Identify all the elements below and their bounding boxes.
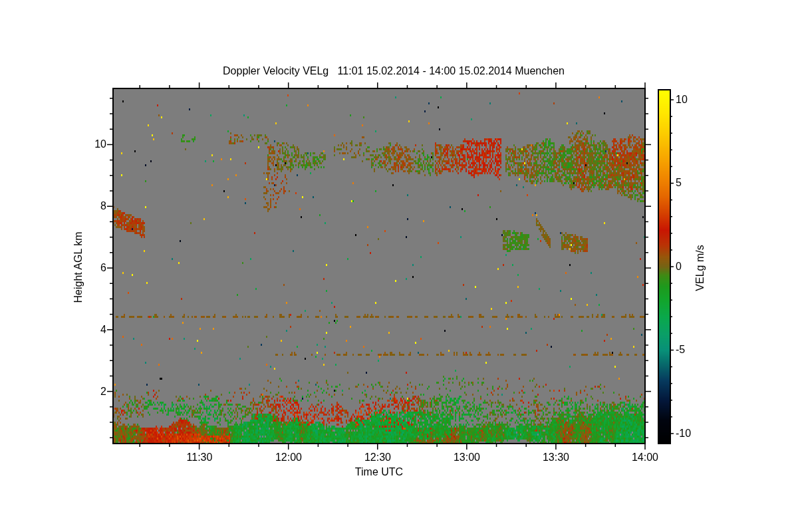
x-tick-label-1230: 12:30 — [354, 450, 402, 465]
y-tick-label-4: 4 — [72, 323, 106, 337]
doppler-velocity-figure: Doppler Velocity VELg 11:01 15.02.2014 -… — [0, 0, 798, 532]
y-tick-label-10: 10 — [72, 137, 106, 152]
y-tick-label-6: 6 — [72, 261, 106, 275]
x-tick-label-1300: 13:00 — [443, 450, 491, 465]
y-tick-label-8: 8 — [72, 199, 106, 213]
x-axis-label: Time UTC — [339, 465, 419, 479]
chart-title: Doppler Velocity VELg 11:01 15.02.2014 -… — [128, 64, 660, 78]
colorbar-tick-label-m5: -5 — [676, 342, 716, 357]
y-tick-label-2: 2 — [72, 384, 106, 399]
colorbar-tick-label-5: 5 — [676, 176, 716, 190]
x-tick-label-1330: 13:30 — [532, 450, 580, 465]
colorbar-tick-label-m10: -10 — [676, 426, 716, 441]
x-tick-label-1130: 11:30 — [176, 450, 223, 465]
x-tick-label-1200: 12:00 — [265, 450, 313, 465]
colorbar-tick-label-10: 10 — [676, 92, 716, 107]
colorbar-tick-label-0: 0 — [676, 259, 716, 274]
x-tick-label-1400: 14:00 — [621, 450, 669, 465]
